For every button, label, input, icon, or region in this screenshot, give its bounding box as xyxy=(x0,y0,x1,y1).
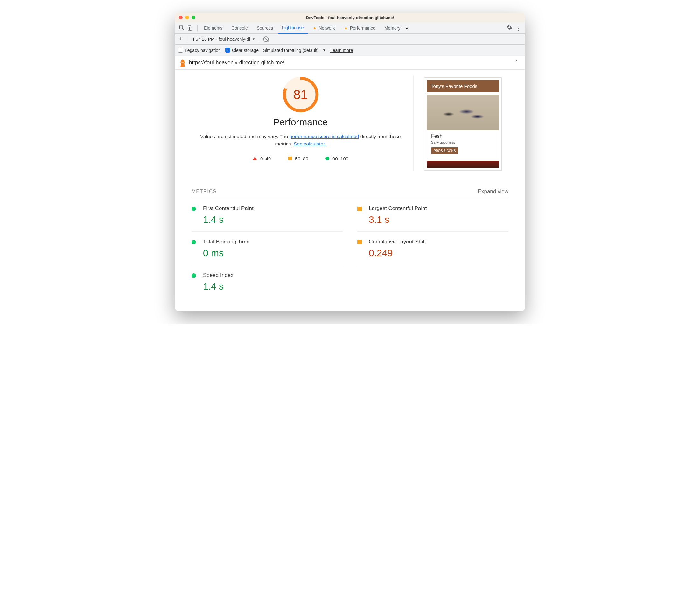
devtools-window: DevTools - foul-heavenly-direction.glitc… xyxy=(175,13,525,311)
minimize-window-button[interactable] xyxy=(185,16,189,19)
metric-fcp[interactable]: First Contentful Paint 1.4 s xyxy=(192,198,343,232)
thumb-card-title: Fesh xyxy=(431,133,495,139)
status-dot-green-icon xyxy=(192,207,196,211)
calculator-link[interactable]: See calculator. xyxy=(294,141,326,146)
titlebar: DevTools - foul-heavenly-direction.glitc… xyxy=(175,13,525,22)
metrics-section: METRICS Expand view First Contentful Pai… xyxy=(175,170,525,311)
learn-more-link[interactable]: Learn more xyxy=(330,48,353,53)
screenshot-column: Tony's Favorite Foods Fesh Salty goodnes… xyxy=(414,75,512,170)
status-square-orange-icon xyxy=(357,207,362,211)
window-title: DevTools - foul-heavenly-direction.glitc… xyxy=(175,15,525,20)
screenshot-thumbnail[interactable]: Tony's Favorite Foods Fesh Salty goodnes… xyxy=(424,77,502,170)
zoom-window-button[interactable] xyxy=(192,16,195,19)
tab-console[interactable]: Console xyxy=(227,22,251,34)
triangle-red-icon xyxy=(252,157,257,160)
window-controls xyxy=(179,16,195,19)
tab-elements[interactable]: Elements xyxy=(200,22,226,34)
device-toolbar-icon[interactable] xyxy=(187,25,193,31)
devtools-tabbar: Elements Console Sources Lighthouse ▲Net… xyxy=(175,22,525,34)
thumb-second-image xyxy=(427,161,499,168)
thumb-site-title: Tony's Favorite Foods xyxy=(427,80,499,92)
category-title: Performance xyxy=(188,117,413,127)
perf-score-link[interactable]: performance score is calculated xyxy=(290,134,359,139)
metric-tbt[interactable]: Total Blocking Time 0 ms xyxy=(192,232,343,265)
new-report-button[interactable]: + xyxy=(177,36,184,42)
warning-icon: ▲ xyxy=(313,25,317,30)
thumb-fish-image xyxy=(427,95,499,130)
svg-rect-2 xyxy=(190,27,192,30)
status-dot-green-icon xyxy=(192,273,196,278)
report-selector[interactable]: 4:57:16 PM - foul-heavenly-di ▼ xyxy=(192,37,255,42)
metric-cls[interactable]: Cumulative Layout Shift 0.249 xyxy=(357,232,508,265)
close-window-button[interactable] xyxy=(179,16,183,19)
tab-lighthouse[interactable]: Lighthouse xyxy=(278,22,308,34)
score-value: 81 xyxy=(283,77,318,112)
tab-performance[interactable]: ▲Performance xyxy=(340,22,379,34)
score-legend: 0–49 50–89 90–100 xyxy=(188,156,413,161)
clear-button[interactable] xyxy=(263,36,269,42)
report-header: https://foul-heavenly-direction.glitch.m… xyxy=(175,56,525,70)
metric-si[interactable]: Speed Index 1.4 s xyxy=(192,265,343,298)
tab-network[interactable]: ▲Network xyxy=(309,22,339,34)
checkbox-unchecked-icon xyxy=(178,48,183,52)
chevron-down-icon: ▼ xyxy=(252,37,255,41)
metric-lcp[interactable]: Largest Contentful Paint 3.1 s xyxy=(357,198,508,232)
thumb-proscons-button: PROS & CONS xyxy=(431,147,458,154)
metrics-heading: METRICS xyxy=(192,189,217,194)
report-url: https://foul-heavenly-direction.glitch.m… xyxy=(189,60,285,66)
thumb-card-subtitle: Salty goodness xyxy=(431,140,495,144)
separator xyxy=(259,36,259,43)
kebab-menu-icon[interactable]: ⋮ xyxy=(515,24,521,31)
warning-icon: ▲ xyxy=(344,25,348,30)
score-description: Values are estimated and may vary. The p… xyxy=(195,133,406,148)
inspect-element-icon[interactable] xyxy=(179,25,185,31)
chevron-down-icon: ▼ xyxy=(323,48,326,52)
tab-memory[interactable]: Memory xyxy=(381,22,404,34)
expand-view-button[interactable]: Expand view xyxy=(478,188,508,195)
separator xyxy=(197,25,198,31)
lighthouse-subbar: + 4:57:16 PM - foul-heavenly-di ▼ xyxy=(175,34,525,45)
lighthouse-settings-bar: Legacy navigation ✓ Clear storage Simula… xyxy=(175,45,525,56)
square-orange-icon xyxy=(288,157,292,160)
report-menu-button[interactable]: ⋮ xyxy=(512,59,521,66)
checkbox-checked-icon: ✓ xyxy=(225,48,230,52)
settings-gear-icon[interactable] xyxy=(507,24,512,31)
score-gauge: 81 xyxy=(283,77,318,112)
lighthouse-logo-icon xyxy=(179,59,186,66)
score-column: 81 Performance Values are estimated and … xyxy=(188,75,414,170)
circle-green-icon xyxy=(325,157,329,160)
clear-storage-checkbox[interactable]: ✓ Clear storage xyxy=(225,48,259,53)
report-body: 81 Performance Values are estimated and … xyxy=(175,70,525,170)
status-square-orange-icon xyxy=(357,240,362,244)
report-time-label: 4:57:16 PM - foul-heavenly-di xyxy=(192,37,250,42)
throttling-selector[interactable]: Simulated throttling (default) ▼ xyxy=(263,48,326,53)
legacy-navigation-checkbox[interactable]: Legacy navigation xyxy=(178,48,221,53)
status-dot-green-icon xyxy=(192,240,196,244)
tab-sources[interactable]: Sources xyxy=(253,22,277,34)
more-tabs-button[interactable]: » xyxy=(405,25,408,30)
separator xyxy=(188,36,188,43)
